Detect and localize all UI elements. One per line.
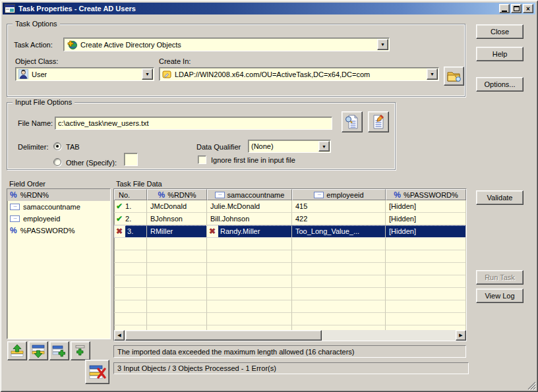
browse-container-button[interactable] bbox=[444, 67, 464, 86]
field-order-item[interactable]: %%PASSWORD% bbox=[7, 225, 110, 237]
table-row-empty[interactable] bbox=[114, 288, 466, 300]
task-file-data-table[interactable]: No.%%RDN%···samaccountname···employeeid%… bbox=[113, 188, 467, 341]
column-header[interactable]: No. bbox=[114, 189, 147, 200]
chevron-down-icon[interactable]: ▼ bbox=[318, 141, 330, 152]
title-bar[interactable]: Task Properties - Create AD Users × bbox=[3, 3, 535, 14]
table-cell bbox=[207, 263, 292, 275]
column-header-label: employeeid bbox=[326, 191, 363, 199]
create-in-label: Create In: bbox=[159, 57, 191, 65]
table-cell bbox=[292, 238, 386, 250]
minimize-button[interactable] bbox=[499, 4, 510, 13]
file-name-input[interactable]: c:\active_task\new_users.txt bbox=[55, 117, 332, 130]
view-log-button[interactable]: View Log bbox=[476, 289, 523, 303]
error-icon: ✖ bbox=[116, 227, 123, 236]
field-order-listbox[interactable]: %%RDN%···samaccountname···employeeid%%PA… bbox=[7, 188, 111, 339]
table-row[interactable]: ✖3.RMiller✖Randy.MillerToo_Long_Value_..… bbox=[114, 225, 466, 238]
table-header-row: No.%%RDN%···samaccountname···employeeid%… bbox=[114, 189, 466, 200]
task-action-value: Create Active Directory Objects bbox=[80, 41, 181, 49]
chevron-down-icon[interactable]: ▼ bbox=[142, 69, 153, 80]
table-cell bbox=[147, 263, 207, 275]
object-class-value: User bbox=[32, 70, 47, 78]
maximize-button[interactable] bbox=[511, 4, 522, 13]
table-cell: Julie.McDonald bbox=[207, 200, 292, 213]
column-header[interactable]: %%RDN% bbox=[147, 189, 207, 200]
table-row[interactable]: ✔1.JMcDonaldJulie.McDonald415[Hidden] bbox=[114, 200, 466, 213]
table-row-empty[interactable] bbox=[114, 275, 466, 288]
table-cell bbox=[386, 288, 466, 300]
table-cell bbox=[292, 275, 386, 288]
table-cell bbox=[147, 275, 207, 288]
table-cell bbox=[386, 263, 466, 275]
field-order-item[interactable]: ···employeeid bbox=[7, 213, 110, 225]
scroll-right-icon[interactable]: ▶ bbox=[456, 330, 466, 341]
validate-button[interactable]: Validate bbox=[476, 190, 523, 205]
close-button[interactable]: Close bbox=[476, 24, 523, 39]
table-cell bbox=[114, 325, 147, 330]
table-cell bbox=[207, 275, 292, 288]
table-row-empty[interactable] bbox=[114, 263, 466, 275]
create-in-combobox[interactable]: LDAP://WIN2008.x64.com/OU=ActiveTask,DC=… bbox=[159, 67, 439, 81]
add-icon bbox=[73, 344, 88, 358]
validation-message-bar: The imported data exceeded the maximum l… bbox=[113, 345, 466, 358]
table-cell bbox=[147, 250, 207, 263]
data-qualifier-combobox[interactable]: (None) ▼ bbox=[248, 140, 331, 153]
ignore-first-line-checkbox[interactable] bbox=[198, 155, 206, 164]
create-ad-objects-icon bbox=[67, 40, 77, 50]
table-cell-value: 415 bbox=[295, 202, 307, 210]
preview-file-button[interactable] bbox=[342, 111, 363, 132]
table-row-empty[interactable] bbox=[114, 238, 466, 250]
object-class-combobox[interactable]: User ▼ bbox=[15, 67, 154, 81]
row-number: 3. bbox=[125, 225, 146, 237]
table-cell bbox=[292, 313, 386, 325]
table-cell-value: BJohnson bbox=[150, 215, 183, 223]
field-order-item[interactable]: %%RDN% bbox=[7, 189, 110, 201]
field-order-item-label: employeeid bbox=[23, 215, 60, 223]
delimiter-other-label: Other (Specify): bbox=[66, 159, 117, 167]
run-task-button[interactable]: Run Task bbox=[476, 270, 523, 285]
delimiter-label: Delimiter: bbox=[18, 143, 48, 151]
options-button[interactable]: Options... bbox=[476, 77, 523, 92]
insert-field-button[interactable] bbox=[49, 341, 69, 360]
table-cell bbox=[386, 238, 466, 250]
close-icon: × bbox=[526, 5, 530, 13]
input-file-options-legend: Input File Options bbox=[13, 98, 75, 106]
table-cell: 422 bbox=[292, 213, 386, 225]
field-order-item[interactable]: ···samaccountname bbox=[7, 201, 110, 213]
field-icon: ··· bbox=[314, 192, 324, 198]
column-header[interactable]: ···samaccountname bbox=[207, 189, 292, 200]
scrollbar-thumb[interactable] bbox=[125, 330, 322, 341]
help-button-label: Help bbox=[493, 50, 508, 58]
resize-grip-icon[interactable] bbox=[527, 381, 536, 390]
table-row-empty[interactable] bbox=[114, 250, 466, 263]
table-cell bbox=[386, 275, 466, 288]
chevron-down-icon[interactable]: ▼ bbox=[377, 39, 388, 50]
delete-row-button[interactable] bbox=[85, 360, 109, 384]
table-cell bbox=[114, 275, 147, 288]
table-row-empty[interactable] bbox=[114, 313, 466, 325]
chevron-down-icon[interactable]: ▼ bbox=[427, 69, 438, 80]
table-cell bbox=[207, 313, 292, 325]
move-field-up-button[interactable] bbox=[7, 341, 27, 360]
help-button[interactable]: Help bbox=[476, 47, 523, 61]
task-action-combobox[interactable]: Create Active Directory Objects ▼ bbox=[63, 38, 390, 51]
table-row-empty[interactable] bbox=[114, 325, 466, 330]
move-field-down-button[interactable] bbox=[28, 341, 48, 360]
add-field-button[interactable] bbox=[71, 341, 90, 360]
edit-file-button[interactable] bbox=[368, 111, 389, 132]
create-in-value: LDAP://WIN2008.x64.com/OU=ActiveTask,DC=… bbox=[175, 70, 383, 78]
column-header[interactable]: ···employeeid bbox=[292, 189, 386, 200]
horizontal-scrollbar[interactable]: ◀ ▶ bbox=[114, 330, 466, 341]
table-row-empty[interactable] bbox=[114, 300, 466, 313]
table-cell bbox=[147, 288, 207, 300]
delimiter-tab-radio[interactable] bbox=[53, 142, 61, 150]
scroll-left-icon[interactable]: ◀ bbox=[114, 330, 125, 341]
table-row[interactable]: ✔2.BJohnsonBill.Johnson422[Hidden] bbox=[114, 213, 466, 225]
delimiter-other-radio[interactable] bbox=[53, 158, 61, 166]
user-icon bbox=[18, 69, 28, 79]
delimiter-other-input[interactable] bbox=[124, 153, 138, 166]
close-window-button[interactable]: × bbox=[523, 4, 533, 13]
percent-icon: % bbox=[158, 191, 165, 199]
table-cell bbox=[207, 250, 292, 263]
column-header[interactable]: %%PASSWORD% bbox=[386, 189, 466, 200]
field-icon: ··· bbox=[215, 192, 225, 198]
